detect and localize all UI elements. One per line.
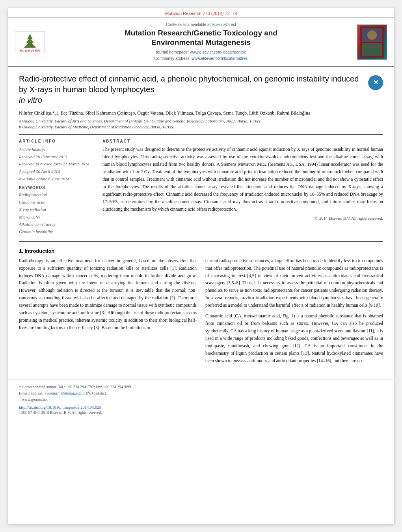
journal-center-info: Contents lists available at ScienceDirec…	[47, 22, 355, 62]
abstract-text: The present study was designed to determ…	[102, 146, 383, 213]
svg-marker-0	[24, 34, 36, 48]
keywords-label: Keywords:	[19, 185, 94, 190]
article-info-abstract-section: ARTICLE INFO Article history: Received 2…	[19, 139, 383, 235]
journal-citation: Mutation Research 770 (2014) 72–79	[165, 11, 237, 16]
article-title-section: Radio-protective effect of cinnamic acid…	[19, 74, 383, 106]
journal-links: journal homepage: www.elsevier.com/locat…	[50, 49, 352, 62]
copyright-line: © 2014 Elsevier B.V. All rights reserved…	[102, 216, 383, 221]
intro-para-2: current radio-protective substances, a l…	[205, 257, 383, 310]
doi-link[interactable]: http://dx.doi.org/10.1016/j.mrgentox.201…	[19, 405, 101, 410]
sciencedirect-link[interactable]: ScienceDirect	[212, 22, 236, 27]
journal-title: Mutation Research/Genetic Toxicology and	[50, 28, 352, 38]
journal-homepage-url[interactable]: www.elsevier.com/locate/gentox	[190, 50, 246, 54]
journal-cover-image	[357, 24, 387, 60]
footer-corresponding: * Corresponding author. Tel.: +90 224 29…	[19, 384, 383, 390]
intro-heading: 1. Introduction	[19, 248, 383, 254]
affiliation-b: b Uludağ University, Faculty of Medicine…	[19, 124, 383, 130]
intro-col-right: current radio-protective substances, a l…	[205, 257, 383, 368]
community-url[interactable]: www.elsevier.com/locate/mutres	[192, 56, 248, 61]
elsevier-logo: ELSEVIER	[15, 31, 45, 53]
article-title: Radio-protective effect of cinnamic acid…	[19, 74, 368, 106]
intro-para-3: Cinnamic acid (CA, trans-cinnamic acid, …	[205, 312, 383, 365]
intro-para-1: Radiotherapy is an effective treatment f…	[19, 257, 197, 332]
journal-cover-image-area	[355, 24, 387, 60]
article-body: Radio-protective effect of cinnamic acid…	[8, 67, 394, 376]
article-info-label: ARTICLE INFO	[19, 139, 94, 143]
crossmark-badge[interactable]	[368, 75, 383, 90]
svg-point-4	[367, 30, 377, 40]
elsevier-tree-icon	[19, 33, 41, 48]
article-info-column: ARTICLE INFO Article history: Received 2…	[19, 139, 94, 235]
journal-cover-icon	[360, 26, 384, 58]
article-history: Article history: Received 26 February 20…	[19, 146, 94, 182]
intro-two-col: Radiotherapy is an effective treatment f…	[19, 257, 383, 368]
academic-paper-page: Mutation Research 770 (2014) 72–79 ELSEV…	[8, 8, 394, 524]
footer-footnote1: 1 www.gentox.net	[19, 397, 383, 403]
footer-email-line: E-mail address: aydemirm@uludag.edu.tr (…	[19, 390, 383, 397]
page-footer: * Corresponding author. Tel.: +90 224 29…	[8, 380, 394, 419]
footer-doi: http://dx.doi.org/10.1016/j.mrgentox.201…	[19, 405, 383, 410]
footer-issn: 1383-5718/© 2014 Elsevier B.V. All right…	[19, 410, 383, 415]
section-divider-2	[19, 241, 383, 242]
abstract-column: ABSTRACT The present study was designed …	[102, 139, 383, 235]
journal-header: ELSEVIER Contents lists available at Sci…	[8, 18, 394, 67]
intro-col-left: Radiotherapy is an effective treatment f…	[19, 257, 197, 368]
elsevier-text-label: ELSEVIER	[20, 49, 41, 53]
section-divider	[19, 134, 383, 135]
footer-email-link[interactable]: aydemirm@uludag.edu.tr	[45, 391, 85, 395]
keywords-list: Radioprotection Cinnamic acid X-ray radi…	[19, 191, 94, 235]
affiliations: a Uludağ University, Faculty of Arts and…	[19, 118, 383, 131]
svg-rect-3	[362, 43, 382, 56]
journal-top-bar: Mutation Research 770 (2014) 72–79	[8, 8, 394, 18]
journal-subtitle: Environmental Mutagenesis	[50, 38, 352, 47]
introduction-section: 1. Introduction Radiotherapy is an effec…	[19, 248, 383, 368]
abstract-label: ABSTRACT	[102, 139, 383, 143]
elsevier-logo-area: ELSEVIER	[15, 31, 47, 53]
contents-available-line: Contents lists available at ScienceDirec…	[50, 22, 352, 27]
footer-notes: * Corresponding author. Tel.: +90 224 29…	[19, 384, 383, 403]
authors-line: Nilufer Cinkiliça,*,1, Ece Tüzüna, Sibel…	[19, 109, 383, 117]
affiliation-a: a Uludağ University, Faculty of Arts and…	[19, 118, 383, 124]
